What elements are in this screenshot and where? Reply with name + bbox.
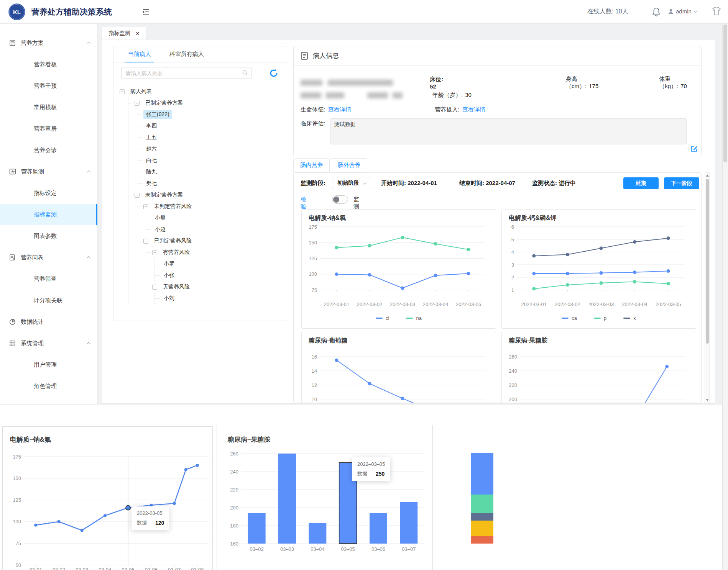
collapse-box-icon[interactable]: − bbox=[143, 239, 148, 244]
view-toggle-switch[interactable] bbox=[332, 195, 348, 204]
panel-scrollbar[interactable] bbox=[705, 172, 710, 403]
tab-parenteral-nutrition[interactable]: 肠外营养 bbox=[331, 158, 367, 172]
svg-text:240: 240 bbox=[230, 469, 238, 475]
user-menu[interactable]: admin bbox=[668, 8, 696, 15]
sidebar-item-营养会诊[interactable]: 营养会诊 bbox=[0, 139, 97, 161]
tree-leaf-小樊[interactable]: 小樊 bbox=[146, 212, 288, 224]
monitor-status: 监测状态: 进行中 bbox=[532, 180, 576, 187]
tree-node-已制定营养方案[interactable]: −已制定营养方案 bbox=[128, 97, 288, 109]
tree-node-病人列表[interactable]: −病人列表 bbox=[120, 86, 288, 97]
sidebar-item-指标设定[interactable]: 指标设定 bbox=[0, 182, 97, 204]
bed-field: 床位: 52 bbox=[430, 76, 449, 90]
tree-node-有营养风险[interactable]: −有营养风险 bbox=[146, 247, 288, 258]
sidebar-group-数据统计[interactable]: 数据统计 bbox=[0, 311, 97, 332]
blurred-admission-number bbox=[328, 80, 393, 86]
svg-text:14: 14 bbox=[312, 368, 317, 374]
tree-leaf-赵六[interactable]: 赵六 bbox=[137, 143, 288, 155]
tree-node-无营养风险[interactable]: −无营养风险 bbox=[146, 281, 288, 293]
collapse-box-icon[interactable]: − bbox=[152, 250, 157, 255]
tree-node-未判定营养风险[interactable]: −未判定营养风险 bbox=[137, 201, 288, 212]
theme-skin-icon[interactable] bbox=[712, 6, 721, 16]
legend-item-p[interactable]: p bbox=[594, 315, 606, 321]
app-logo: KL bbox=[8, 3, 25, 20]
assessment-textarea[interactable]: 测试数据 bbox=[330, 118, 687, 144]
sidebar-item-常用模板[interactable]: 常用模板 bbox=[0, 97, 97, 118]
tree-leaf-小张[interactable]: 小张 bbox=[155, 270, 288, 281]
page-scrollbar[interactable] bbox=[722, 0, 728, 570]
tree-node-已判定营养风险[interactable]: −已判定营养风险 bbox=[137, 235, 288, 247]
tree-leaf-樊七[interactable]: 樊七 bbox=[137, 178, 288, 189]
svg-text:2022-03-03: 2022-03-03 bbox=[390, 301, 416, 307]
blurred-admission-label bbox=[301, 80, 322, 86]
end-time: 结束时间: 2022-04-07 bbox=[459, 180, 515, 187]
collapse-box-icon[interactable]: − bbox=[152, 285, 157, 290]
collapse-box-icon[interactable]: − bbox=[143, 204, 148, 209]
svg-text:125: 125 bbox=[13, 497, 21, 503]
sidebar-item-营养筛查[interactable]: 营养筛查 bbox=[0, 268, 97, 290]
edit-icon[interactable] bbox=[690, 145, 698, 152]
tree-leaf-陆九[interactable]: 陆九 bbox=[137, 166, 288, 178]
sidebar-item-营养干预[interactable]: 营养干预 bbox=[0, 75, 97, 97]
bar-chart-tooltip: 2022–03–05 数据 250 bbox=[352, 457, 390, 481]
blurred-name-label bbox=[301, 92, 321, 98]
intake-label: 营养摄入: bbox=[435, 106, 459, 113]
sidebar-item-角色管理[interactable]: 角色管理 bbox=[0, 375, 97, 397]
svg-text:6: 6 bbox=[511, 224, 514, 230]
sidebar-group-营养监测[interactable]: 营养监测 bbox=[0, 161, 97, 182]
tree-node-未制定营养方案[interactable]: −未制定营养方案 bbox=[128, 189, 288, 201]
tree-leaf-白七[interactable]: 白七 bbox=[137, 155, 288, 166]
stage-select[interactable]: 初始阶段 bbox=[332, 177, 371, 189]
tree-leaf-小罗[interactable]: 小罗 bbox=[155, 258, 288, 270]
app-title: 营养处方辅助决策系统 bbox=[31, 7, 112, 17]
collapse-box-icon[interactable]: − bbox=[135, 101, 140, 106]
sidebar-group-营养方案[interactable]: 营养方案 bbox=[0, 32, 97, 54]
svg-text:260: 260 bbox=[230, 451, 238, 457]
legend-item-k[interactable]: k bbox=[623, 315, 636, 321]
tree-leaf-小赵[interactable]: 小赵 bbox=[146, 224, 288, 235]
tree-leaf-小刘[interactable]: 小刘 bbox=[155, 293, 288, 304]
bar-03–03 bbox=[278, 454, 296, 544]
legend-item-ca[interactable]: ca bbox=[562, 315, 577, 321]
patient-search-input[interactable] bbox=[121, 67, 251, 79]
svg-text:3: 3 bbox=[511, 262, 514, 268]
tab-close-icon[interactable]: ✕ bbox=[136, 31, 140, 36]
chart-title: 糖尿病-果糖胺 bbox=[509, 337, 547, 345]
refresh-icon[interactable] bbox=[269, 68, 279, 78]
tree-leaf-王五[interactable]: 王五 bbox=[137, 132, 288, 143]
intake-detail-link[interactable]: 查看详情 bbox=[462, 106, 485, 113]
vitals-detail-link[interactable]: 查看详情 bbox=[328, 106, 351, 113]
tree-leaf-张三(022)[interactable]: 张三(022) bbox=[137, 109, 288, 120]
collapse-box-icon[interactable]: − bbox=[120, 89, 125, 94]
next-stage-button[interactable]: 下一阶段 bbox=[664, 177, 699, 189]
blurred-gender-label bbox=[367, 92, 388, 98]
chart-canvas: 1234562022-03-012022-03-022022-03-032022… bbox=[502, 210, 696, 328]
sidebar-item-营养看板[interactable]: 营养看板 bbox=[0, 54, 97, 75]
svg-text:03-06: 03-06 bbox=[145, 567, 158, 570]
sidebar-item-计分项关联[interactable]: 计分项关联 bbox=[0, 290, 97, 311]
tab-current-patients[interactable]: 当前病人 bbox=[128, 46, 151, 62]
postpone-button[interactable]: 延期 bbox=[623, 177, 659, 189]
legend-item-cl[interactable]: cl bbox=[376, 315, 389, 321]
tab-enteral-nutrition[interactable]: 肠内营养 bbox=[293, 158, 330, 172]
notification-bell-icon[interactable] bbox=[652, 7, 661, 17]
sidebar-group-系统管理[interactable]: 系统管理 bbox=[0, 332, 97, 354]
tab-indicator-monitoring[interactable]: 指标监测 ✕ bbox=[102, 27, 147, 39]
online-count: 在线人数: 10人 bbox=[587, 8, 628, 16]
svg-text:4: 4 bbox=[511, 249, 514, 255]
sidebar-group-营养问卷[interactable]: 营养问卷 bbox=[0, 247, 97, 268]
tab-department-patients[interactable]: 科室所有病人 bbox=[169, 46, 204, 62]
svg-text:5: 5 bbox=[511, 237, 514, 242]
blurred-name-value bbox=[326, 92, 344, 98]
sidebar-item-指标监测[interactable]: 指标监测 bbox=[0, 204, 97, 225]
chart-diabetes-fructosamine-large: 2022–03–05 数据 250 糖尿病–果糖胺160180200220240… bbox=[217, 425, 433, 570]
sidebar-collapse-icon[interactable] bbox=[142, 8, 150, 16]
sidebar-item-营养查房[interactable]: 营养查房 bbox=[0, 118, 97, 139]
collapse-box-icon[interactable]: − bbox=[135, 193, 140, 198]
patients-tabs: 当前病人 科室所有病人 bbox=[113, 46, 288, 62]
sidebar-item-图表参数[interactable]: 图表参数 bbox=[0, 225, 97, 247]
tree-leaf-李四[interactable]: 李四 bbox=[137, 120, 288, 132]
sidebar-item-用户管理[interactable]: 用户管理 bbox=[0, 354, 97, 375]
legend-item-na[interactable]: na bbox=[406, 315, 421, 321]
assessment-label: 临床评估: bbox=[301, 120, 325, 127]
stage-label: 监测阶段: bbox=[301, 180, 325, 187]
